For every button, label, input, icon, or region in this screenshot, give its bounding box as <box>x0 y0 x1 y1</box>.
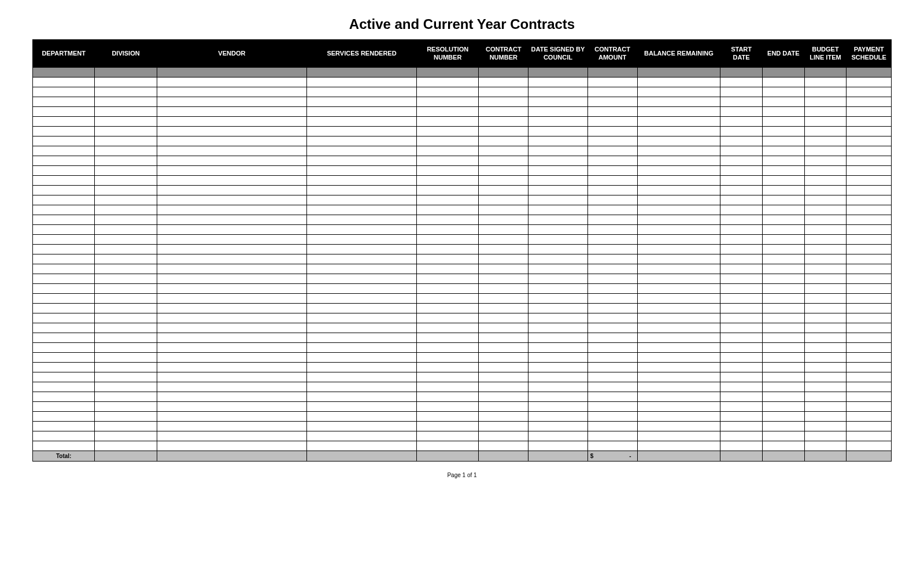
cell <box>95 186 157 195</box>
cell <box>95 127 157 136</box>
cell <box>804 186 847 195</box>
cell <box>157 323 306 333</box>
cell <box>417 343 479 353</box>
cell <box>479 166 528 176</box>
cell <box>528 323 587 333</box>
cell <box>804 136 847 146</box>
cell <box>762 431 804 441</box>
cell <box>847 402 892 412</box>
cell <box>720 412 763 422</box>
cell <box>157 372 306 382</box>
cell <box>417 205 479 215</box>
cell <box>637 304 720 313</box>
cell <box>33 156 95 166</box>
cell <box>528 353 587 363</box>
table-row <box>33 284 892 294</box>
cell <box>637 333 720 343</box>
cell <box>157 107 306 117</box>
cell <box>417 117 479 127</box>
cell <box>762 294 804 304</box>
cell <box>417 274 479 284</box>
cell <box>479 107 528 117</box>
cell <box>847 166 892 176</box>
cell <box>95 333 157 343</box>
cell <box>157 136 306 146</box>
table-row <box>33 412 892 422</box>
cell <box>417 136 479 146</box>
cell <box>847 441 892 451</box>
table-row <box>33 176 892 186</box>
cell <box>637 402 720 412</box>
contracts-table: DEPARTMENTDIVISIONVENDORSERVICES RENDERE… <box>32 39 892 462</box>
cell <box>417 215 479 225</box>
cell <box>157 304 306 313</box>
column-header: START DATE <box>720 40 763 68</box>
cell <box>804 254 847 264</box>
cell <box>528 205 587 215</box>
cell <box>95 274 157 284</box>
cell <box>637 343 720 353</box>
cell <box>637 451 720 462</box>
cell <box>417 225 479 235</box>
column-header: PAYMENT SCHEDULE <box>847 40 892 68</box>
cell <box>157 274 306 284</box>
cell <box>804 195 847 205</box>
cell <box>587 166 637 176</box>
cell <box>587 146 637 156</box>
cell <box>587 363 637 372</box>
cell <box>417 451 479 462</box>
cell <box>587 304 637 313</box>
cell <box>720 353 763 363</box>
cell <box>762 412 804 422</box>
cell <box>762 274 804 284</box>
cell <box>720 343 763 353</box>
cell <box>479 372 528 382</box>
cell <box>720 274 763 284</box>
cell <box>307 166 417 176</box>
cell <box>847 146 892 156</box>
table-row <box>33 274 892 284</box>
cell <box>157 146 306 156</box>
cell <box>587 343 637 353</box>
cell <box>587 186 637 195</box>
cell <box>95 146 157 156</box>
cell <box>479 343 528 353</box>
cell <box>479 264 528 274</box>
cell <box>847 77 892 87</box>
cell <box>587 382 637 392</box>
cell <box>762 127 804 136</box>
cell <box>587 313 637 323</box>
cell <box>33 402 95 412</box>
cell <box>804 176 847 186</box>
cell <box>479 353 528 363</box>
cell <box>417 422 479 431</box>
cell <box>587 333 637 343</box>
cell <box>157 441 306 451</box>
cell <box>157 451 306 462</box>
cell <box>637 176 720 186</box>
cell <box>720 107 763 117</box>
cell <box>587 107 637 117</box>
cell <box>720 363 763 372</box>
cell <box>847 225 892 235</box>
cell <box>637 294 720 304</box>
cell <box>587 431 637 441</box>
cell <box>33 97 95 107</box>
cell <box>479 402 528 412</box>
cell <box>95 156 157 166</box>
cell <box>804 77 847 87</box>
cell <box>528 431 587 441</box>
cell <box>479 274 528 284</box>
cell <box>804 97 847 107</box>
cell <box>804 422 847 431</box>
table-row <box>33 441 892 451</box>
cell <box>479 304 528 313</box>
cell <box>847 264 892 274</box>
cell <box>307 87 417 97</box>
cell <box>804 274 847 284</box>
cell <box>720 372 763 382</box>
cell <box>417 235 479 245</box>
cell <box>33 176 95 186</box>
cell <box>847 127 892 136</box>
cell <box>587 136 637 146</box>
